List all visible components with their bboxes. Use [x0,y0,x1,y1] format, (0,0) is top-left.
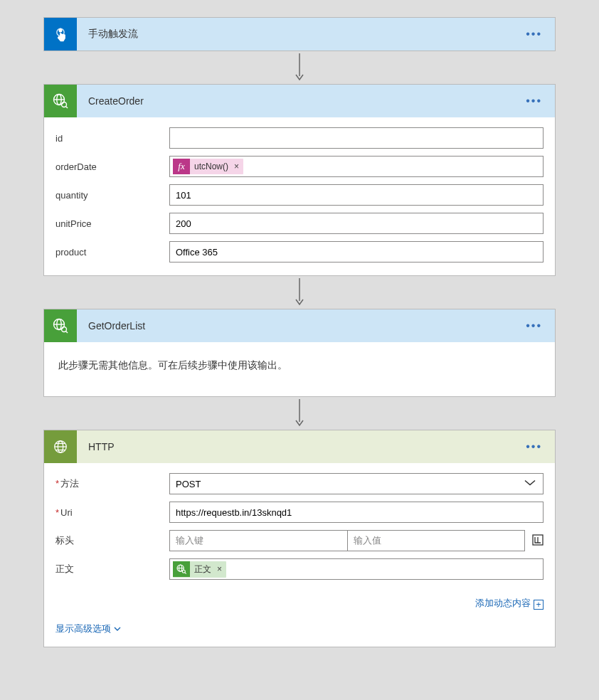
step-title: 手动触发流 [77,28,526,41]
fx-icon: fx [173,159,190,174]
connector-arrow [43,397,556,430]
unitprice-input[interactable] [169,213,544,234]
field-label-body: 正文 [55,563,169,576]
globe-icon [44,430,77,463]
header-key-input[interactable]: 输入键 [169,530,348,551]
step-create-order: CreateOrder ••• id orderDate fx utcNow()… [43,84,556,276]
step-header[interactable]: GetOrderList ••• [44,309,555,342]
connector-arrow [43,51,556,84]
uri-input[interactable] [169,502,544,523]
globe-search-icon [44,85,77,117]
plus-icon: + [534,600,544,610]
quantity-input[interactable] [169,184,544,206]
method-select[interactable] [169,473,544,494]
orderdate-input[interactable]: fx utcNow() × [169,156,544,177]
add-dynamic-content-row: 添加动态内容+ [44,593,555,610]
field-label-id: id [55,133,169,144]
field-label-unitprice: unitPrice [55,218,169,229]
svg-point-5 [62,102,67,107]
switch-mode-button[interactable] [532,534,544,548]
field-label-method: 方法 [55,477,169,490]
touch-icon [44,18,77,51]
step-title: CreateOrder [77,95,526,107]
step-info-text: 此步骤无需其他信息。可在后续步骤中使用该输出。 [44,342,555,396]
field-label-headers: 标头 [55,534,169,547]
globe-search-icon [44,309,77,342]
step-menu-button[interactable]: ••• [526,440,555,453]
body-input[interactable]: 正文 × [169,558,544,580]
field-label-quantity: quantity [55,190,169,201]
remove-token-button[interactable]: × [233,161,243,171]
step-http: HTTP ••• 方法 Uri 标头 输入键 [43,430,556,647]
product-input[interactable] [169,241,544,262]
field-label-product: product [55,247,169,258]
header-value-input[interactable]: 输入值 [348,530,526,551]
dynamic-content-token[interactable]: 正文 × [173,561,226,578]
svg-line-12 [66,332,68,334]
step-header[interactable]: CreateOrder ••• [44,85,555,117]
chevron-down-icon [114,623,121,634]
step-title: HTTP [77,441,526,452]
svg-point-11 [62,327,67,332]
remove-token-button[interactable]: × [216,564,226,574]
step-menu-button[interactable]: ••• [526,95,555,107]
step-menu-button[interactable]: ••• [526,319,555,332]
step-menu-button[interactable]: ••• [526,28,555,41]
step-manual-trigger: 手动触发流 ••• [43,17,556,51]
connector-arrow [43,276,556,309]
id-input[interactable] [169,127,544,149]
expression-token[interactable]: fx utcNow() × [173,159,243,174]
step-get-order-list: GetOrderList ••• 此步骤无需其他信息。可在后续步骤中使用该输出。 [43,309,556,397]
step-title: GetOrderList [77,320,526,332]
step-header[interactable]: HTTP ••• [44,430,555,463]
step-header[interactable]: 手动触发流 ••• [44,18,555,51]
step-body: 方法 Uri 标头 输入键 输入值 [44,463,555,593]
globe-search-icon [173,561,190,577]
field-label-uri: Uri [55,507,169,518]
svg-line-6 [66,107,68,109]
add-dynamic-content-link[interactable]: 添加动态内容+ [475,598,544,608]
field-label-orderdate: orderDate [55,161,169,172]
step-body: id orderDate fx utcNow() × quantity [44,117,555,275]
svg-line-25 [185,573,186,574]
show-advanced-options-link[interactable]: 显示高级选项 [55,623,121,634]
